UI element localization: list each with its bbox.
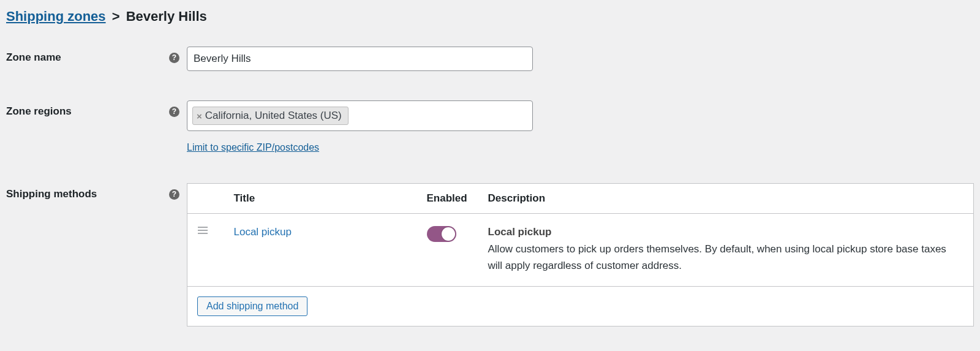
zone-regions-label: Zone regions — [6, 105, 72, 118]
drag-handle-icon[interactable] — [197, 226, 214, 235]
method-title-link[interactable]: Local pickup — [234, 226, 292, 238]
add-shipping-method-button[interactable]: Add shipping method — [197, 296, 307, 316]
limit-zip-link[interactable]: Limit to specific ZIP/postcodes — [187, 142, 319, 153]
enabled-toggle[interactable] — [427, 226, 456, 242]
remove-region-icon[interactable]: × — [197, 111, 202, 121]
col-header-description: Description — [478, 184, 974, 214]
help-icon[interactable]: ? — [169, 53, 179, 63]
method-desc-body: Allow customers to pick up orders themse… — [488, 241, 964, 274]
col-header-title: Title — [224, 184, 417, 214]
table-row: Local pickup Local pickup Allow customer… — [187, 214, 974, 287]
shipping-methods-label: Shipping methods — [6, 188, 97, 200]
region-tag-label: California, United States (US) — [205, 110, 342, 122]
col-header-enabled: Enabled — [417, 184, 478, 214]
breadcrumb-separator: > — [110, 9, 123, 24]
breadcrumb-current: Beverly Hills — [126, 9, 207, 24]
help-icon[interactable]: ? — [169, 189, 179, 200]
region-tag: × California, United States (US) — [192, 107, 349, 125]
breadcrumb: Shipping zones > Beverly Hills — [6, 9, 974, 25]
zone-name-input[interactable] — [187, 47, 533, 71]
breadcrumb-link-shipping-zones[interactable]: Shipping zones — [6, 9, 106, 24]
shipping-methods-table: Title Enabled Description — [187, 183, 974, 326]
method-desc-title: Local pickup — [488, 226, 964, 238]
zone-regions-select[interactable]: × California, United States (US) — [187, 100, 533, 131]
help-icon[interactable]: ? — [169, 107, 179, 117]
zone-name-label: Zone name — [6, 51, 61, 64]
